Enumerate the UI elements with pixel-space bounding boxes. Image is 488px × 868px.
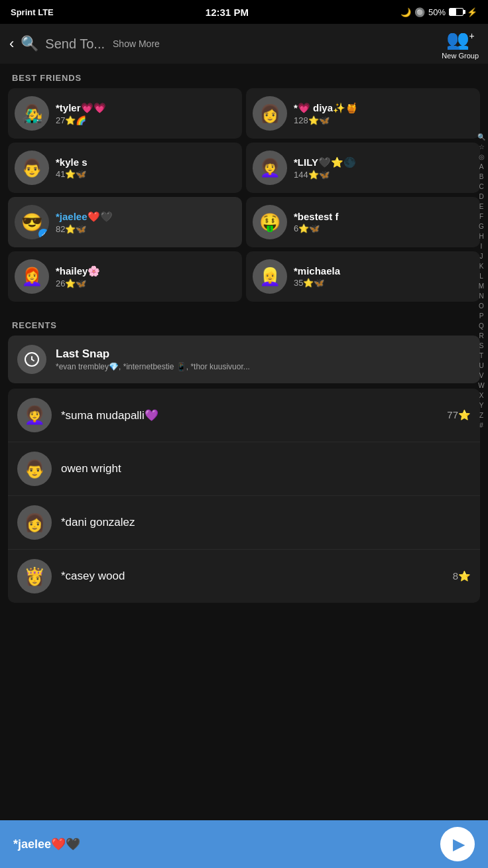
friend-score-jaelee: 82⭐🦋 (56, 224, 235, 234)
last-snap-card[interactable]: Last Snap *evan trembley💎, *internetbest… (8, 336, 480, 383)
recent-name-suma: *suma mudapalli💜 (61, 408, 438, 422)
alphabet-sidebar: 🔍 ☆ ◎ A B C D E F G H I J K L M N O P Q … (476, 133, 487, 430)
alpha-e[interactable]: E (476, 202, 487, 212)
friend-info-jaelee: *jaelee❤️🖤 82⭐🦋 (56, 211, 235, 234)
friend-name-lily: *LILY🖤⭐🌑 (294, 156, 473, 168)
alpha-g[interactable]: G (476, 222, 487, 231)
alpha-o[interactable]: O (476, 302, 487, 311)
alpha-d[interactable]: D (476, 192, 487, 202)
alpha-c[interactable]: C (476, 182, 487, 192)
new-group-button[interactable]: 👥+ New Group (442, 29, 479, 60)
alpha-b[interactable]: B (476, 172, 487, 182)
alpha-t[interactable]: T (476, 351, 487, 361)
avatar-bestest: 🤑 (253, 205, 287, 239)
last-snap-subtitle: *evan trembley💎, *internetbestie 📱, *tho… (56, 362, 471, 371)
alpha-hash[interactable]: # (476, 421, 487, 430)
friend-score-kyle: 41⭐🦋 (56, 169, 235, 179)
friend-card-hailey[interactable]: 👩‍🦰 *hailey🌸 26⭐🦋 (8, 251, 242, 302)
friend-card-kyle[interactable]: 👨 *kyle s 41⭐🦋 (8, 143, 242, 193)
alpha-circle[interactable]: ◎ (476, 153, 487, 162)
time-text: 12:31 PM (206, 7, 249, 18)
avatar-kyle: 👨 (15, 151, 49, 185)
avatar-diya: 👩 (253, 96, 287, 131)
alpha-n[interactable]: N (476, 292, 487, 301)
battery-icon (449, 8, 463, 16)
last-snap-title: Last Snap (56, 347, 471, 361)
friend-info-michaela: *michaela 35⭐🦋 (294, 265, 473, 288)
recents-section: RECENTS Last Snap *evan trembley💎, *inte… (0, 311, 488, 603)
alpha-z[interactable]: Z (476, 411, 487, 420)
friend-score-michaela: 35⭐🦋 (294, 278, 473, 288)
recent-name-dani: *dani gonzalez (61, 516, 461, 529)
svg-line-2 (32, 359, 34, 361)
friend-card-bestest[interactable]: 🤑 *bestest f 6⭐🦋 (246, 197, 480, 247)
recent-item-casey[interactable]: 👸 *casey wood 8⭐ (8, 550, 480, 603)
alpha-star[interactable]: ☆ (476, 143, 487, 152)
alpha-l[interactable]: L (476, 272, 487, 281)
alpha-r[interactable]: R (476, 332, 487, 341)
verified-badge: ✓ (38, 229, 49, 239)
avatar-jaelee: 😎 ✓ (15, 205, 49, 239)
friend-score-bestest: 6⭐🦋 (294, 223, 473, 233)
location-icon: 🔘 (414, 7, 425, 17)
alpha-f[interactable]: F (476, 212, 487, 221)
alpha-q[interactable]: Q (476, 322, 487, 331)
avatar-tyler: 👨‍🎤 (15, 96, 49, 131)
alpha-s[interactable]: S (476, 341, 487, 351)
friend-info-diya: *💗 diya✨🍯 128⭐🦋 (294, 102, 473, 125)
friend-name-jaelee: *jaelee❤️🖤 (56, 211, 235, 223)
friend-info-bestest: *bestest f 6⭐🦋 (294, 211, 473, 233)
recent-item-suma[interactable]: 👩‍🦱 *suma mudapalli💜 77⭐ (8, 389, 480, 442)
alpha-u[interactable]: U (476, 361, 487, 371)
friend-name-kyle: *kyle s (56, 156, 235, 168)
alpha-h[interactable]: H (476, 232, 487, 241)
alpha-w[interactable]: W (476, 381, 487, 391)
alpha-j[interactable]: J (476, 252, 487, 261)
alpha-v[interactable]: V (476, 371, 487, 381)
friend-score-tyler: 27⭐🌈 (56, 115, 235, 125)
back-button[interactable]: ‹ (9, 35, 14, 52)
alpha-search[interactable]: 🔍 (476, 133, 487, 142)
alpha-k[interactable]: K (476, 262, 487, 271)
alpha-y[interactable]: Y (476, 401, 487, 410)
friend-name-hailey: *hailey🌸 (56, 265, 235, 277)
send-button[interactable]: ▶ (440, 827, 475, 861)
friend-card-michaela[interactable]: 👱‍♀️ *michaela 35⭐🦋 (246, 251, 480, 302)
show-more-link[interactable]: Show More (113, 38, 160, 49)
status-bar: Sprint LTE 12:31 PM 🌙 🔘 50% ⚡ (0, 0, 488, 24)
alpha-x[interactable]: X (476, 391, 487, 401)
alpha-i[interactable]: I (476, 242, 487, 251)
header-left: ‹ 🔍 Send To... Show More (9, 35, 160, 52)
send-to-text: Send To... (45, 36, 105, 52)
recent-item-owen[interactable]: 👨 owen wright (8, 442, 480, 496)
alpha-a[interactable]: A (476, 162, 487, 172)
friend-score-hailey: 26⭐🦋 (56, 279, 235, 288)
friend-score-diya: 128⭐🦋 (294, 115, 473, 125)
friend-card-tyler[interactable]: 👨‍🎤 *tyler💗💗 27⭐🌈 (8, 88, 242, 139)
send-arrow-icon: ▶ (453, 835, 465, 853)
friend-card-jaelee[interactable]: 😎 ✓ *jaelee❤️🖤 82⭐🦋 (8, 197, 242, 247)
recent-item-dani[interactable]: 👩 *dani gonzalez (8, 496, 480, 550)
friend-card-diya[interactable]: 👩 *💗 diya✨🍯 128⭐🦋 (246, 88, 480, 139)
friend-info-lily: *LILY🖤⭐🌑 144⭐🦋 (294, 156, 473, 180)
header: ‹ 🔍 Send To... Show More 👥+ New Group (0, 24, 488, 64)
alpha-p[interactable]: P (476, 312, 487, 321)
last-snap-icon (17, 345, 46, 374)
bottom-bar: *jaelee❤️🖤 ▶ (0, 820, 488, 868)
carrier-text: Sprint LTE (11, 7, 54, 17)
avatar-dani: 👩 (17, 505, 52, 540)
search-icon[interactable]: 🔍 (21, 35, 38, 52)
avatar-hailey: 👩‍🦰 (15, 259, 49, 294)
new-group-label: New Group (442, 52, 479, 60)
new-group-icon: 👥+ (446, 29, 475, 50)
recents-header: RECENTS (0, 311, 488, 336)
friend-score-lily: 144⭐🦋 (294, 170, 473, 180)
avatar-owen: 👨 (17, 452, 52, 486)
recent-score-casey: 8⭐ (453, 570, 471, 582)
best-friends-grid: 👨‍🎤 *tyler💗💗 27⭐🌈 👩 *💗 diya✨🍯 128⭐🦋 👨 *k… (0, 88, 488, 302)
status-right: 🌙 🔘 50% ⚡ (400, 7, 477, 17)
friend-card-lily[interactable]: 👩‍🦱 *LILY🖤⭐🌑 144⭐🦋 (246, 143, 480, 193)
alpha-m[interactable]: M (476, 282, 487, 291)
best-friends-header: BEST FRIENDS (0, 64, 488, 88)
friend-name-michaela: *michaela (294, 265, 473, 277)
